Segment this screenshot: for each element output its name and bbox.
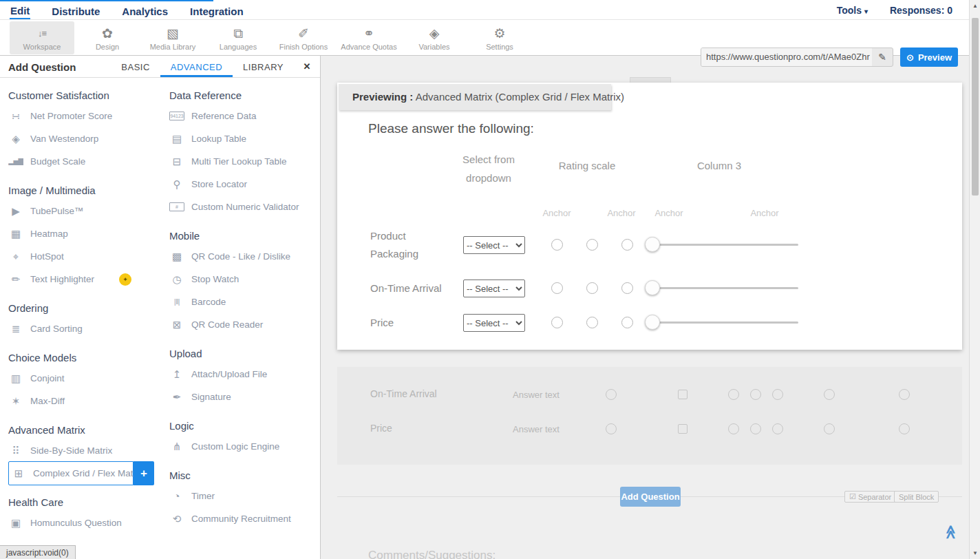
sidebar-item-lookup-table[interactable]: ▤Lookup Table — [169, 127, 318, 150]
toolbar-button-variables[interactable]: ◈Variables — [402, 21, 467, 54]
editor-row-label: On-Time Arrival — [370, 388, 437, 399]
nav-item-distribute[interactable]: Distribute — [51, 2, 100, 19]
sidebar-item-label: Lookup Table — [191, 134, 246, 144]
sidebar-item-attach-upload-file[interactable]: ↥Attach/Upload File — [169, 363, 318, 386]
new-badge-icon: ✦ — [119, 273, 131, 286]
toolbar-button-advance-quotas[interactable]: ⚭Advance Quotas — [337, 21, 401, 54]
sidebar-item-qr-code-like-dislike[interactable]: ▩QR Code - Like / Dislike — [169, 245, 318, 268]
pencil-icon[interactable]: ✎ — [872, 48, 893, 66]
sidebar-item-timer[interactable]: ◔Timer — [169, 485, 318, 507]
scroll-up-icon[interactable]: ▲ — [970, 3, 980, 9]
tools-menu[interactable]: Tools ▾ — [837, 5, 868, 16]
sidebar-item-community-recruitment[interactable]: ⟲Community Recruitment — [169, 507, 318, 530]
tab-advanced[interactable]: ADVANCED — [160, 56, 233, 77]
settings-icon: ⚙ — [493, 25, 505, 42]
slider-track[interactable] — [646, 244, 798, 246]
sidebar-item-barcode[interactable]: |‖|Barcode — [169, 291, 318, 313]
rating-radio[interactable] — [621, 282, 633, 294]
separator-toggle[interactable]: ☑ Separator — [844, 491, 896, 503]
survey-url-input[interactable]: https://www.questionpro.com/t/AMae0Zhr — [701, 48, 872, 66]
toolbar-button-languages[interactable]: ⧉Languages — [206, 21, 270, 54]
editor-checkbox[interactable] — [678, 390, 688, 399]
sidebar-item-side-by-side-matrix[interactable]: ⠿Side-By-Side Matrix — [8, 439, 169, 462]
rating-radio[interactable] — [586, 239, 598, 251]
nav-item-analytics[interactable]: Analytics — [121, 2, 169, 19]
editor-radio[interactable] — [899, 389, 910, 400]
chevron-double-up-icon[interactable]: ≪ — [943, 525, 959, 540]
editor-radio[interactable] — [824, 423, 835, 434]
editor-radio[interactable] — [750, 423, 761, 434]
sidebar-item-tubepulse[interactable]: ▶TubePulse™ — [8, 200, 169, 222]
slider-knob[interactable] — [645, 280, 660, 295]
add-selected-question-button[interactable]: + — [134, 461, 154, 485]
editor-radio[interactable] — [772, 389, 783, 400]
editor-radio[interactable] — [899, 423, 910, 434]
rating-radio[interactable] — [621, 239, 633, 251]
sidebar-item-label: Timer — [191, 491, 215, 501]
responses-count[interactable]: Responses: 0 — [890, 5, 952, 16]
toolbar-button-design[interactable]: ✿Design — [75, 21, 140, 54]
sidebar-item-hotspot[interactable]: ⌖HotSpot — [8, 245, 169, 268]
sidebar-item-budget-scale[interactable]: ▂▅▇Budget Scale — [8, 150, 169, 173]
toolbar-button-finish-options[interactable]: ✐Finish Options — [271, 21, 336, 54]
sidebar-item-label: Custom Logic Engine — [191, 441, 279, 452]
sidebar-item-custom-numeric-validator[interactable]: #Custom Numeric Validator — [169, 196, 318, 218]
rating-radio[interactable] — [621, 317, 633, 328]
top-nav: EditDistributeAnalyticsIntegration Tools… — [0, 0, 969, 20]
slider-knob[interactable] — [645, 315, 660, 330]
slider-knob[interactable] — [645, 237, 660, 252]
previewing-label: Previewing : — [352, 91, 413, 103]
rating-radio[interactable] — [551, 282, 563, 294]
slider-track[interactable] — [646, 321, 798, 324]
sidebar-item-complex-grid-flex-matrix[interactable]: ⊞Complex Grid / Flex Matrix — [8, 461, 134, 485]
row-dropdown[interactable]: -- Select -- — [463, 280, 525, 297]
split-block-button[interactable]: Split Block — [894, 491, 939, 503]
row-dropdown[interactable]: -- Select -- — [463, 236, 525, 254]
nav-item-edit[interactable]: Edit — [10, 1, 30, 19]
sidebar-item-custom-logic-engine[interactable]: ⋔Custom Logic Engine — [169, 435, 318, 458]
slider-track[interactable] — [646, 287, 798, 289]
rating-radio[interactable] — [551, 239, 563, 251]
sidebar-item-qr-code-reader[interactable]: ⊠QR Code Reader — [169, 313, 318, 336]
editor-radio[interactable] — [824, 389, 835, 400]
sidebar-item-heatmap[interactable]: ▦Heatmap — [8, 222, 169, 245]
sidebar-item-net-promoter-score[interactable]: ∺Net Promoter Score — [8, 105, 169, 127]
sidebar-item-van-westendorp[interactable]: ◈Van Westendorp — [8, 127, 169, 150]
close-icon[interactable]: ✕ — [294, 56, 320, 77]
sidebar-item-max-diff[interactable]: ✶Max-Diff — [8, 390, 169, 412]
editor-radio[interactable] — [728, 389, 739, 400]
tab-basic[interactable]: BASIC — [111, 56, 160, 77]
finish-options-icon: ✐ — [298, 25, 309, 42]
column-header-dropdown: Select from dropdown — [458, 150, 520, 187]
sidebar-item-signature[interactable]: ✒Signature — [169, 386, 318, 408]
rating-radio[interactable] — [551, 317, 563, 328]
toolbar-button-media-library[interactable]: ▧Media Library — [140, 21, 205, 54]
editor-radio[interactable] — [606, 423, 617, 434]
rating-radio[interactable] — [586, 317, 598, 328]
page-scrollbar[interactable]: ▲ ▼ — [969, 0, 980, 559]
tab-library[interactable]: LIBRARY — [233, 56, 294, 77]
sidebar-item-stop-watch[interactable]: ◷Stop Watch — [169, 268, 318, 291]
row-dropdown[interactable]: -- Select -- — [463, 314, 525, 332]
editor-radio[interactable] — [750, 389, 761, 400]
preview-button[interactable]: ⊙ Preview — [900, 48, 958, 67]
editor-radio[interactable] — [606, 389, 617, 400]
sidebar-item-label: Heatmap — [30, 229, 68, 239]
sidebar-item-text-highlighter[interactable]: ✏Text Highlighter✦ — [8, 268, 169, 291]
scroll-down-icon[interactable]: ▼ — [970, 550, 980, 556]
sidebar-item-card-sorting[interactable]: ≣Card Sorting — [8, 317, 169, 340]
scrollbar-thumb[interactable] — [972, 18, 979, 196]
editor-radio[interactable] — [772, 423, 783, 434]
toolbar-button-workspace[interactable]: ↓≡Workspace — [10, 21, 74, 54]
sidebar-item-homunculus-question[interactable]: ▣Homunculus Question — [8, 511, 169, 534]
sidebar-item-multi-tier-lookup-table[interactable]: ⊟Multi Tier Lookup Table — [169, 150, 318, 173]
rating-radio[interactable] — [586, 282, 598, 294]
sidebar-item-store-locator[interactable]: ⚲Store Locator — [169, 173, 318, 196]
editor-radio[interactable] — [728, 423, 739, 434]
add-question-button[interactable]: Add Question — [620, 487, 681, 507]
nav-item-integration[interactable]: Integration — [189, 2, 244, 19]
editor-checkbox[interactable] — [678, 424, 688, 434]
sidebar-item-conjoint[interactable]: ▥Conjoint — [8, 367, 169, 390]
toolbar-button-settings[interactable]: ⚙Settings — [467, 21, 532, 54]
sidebar-item-reference-data[interactable]: 94123Reference Data — [169, 105, 318, 127]
